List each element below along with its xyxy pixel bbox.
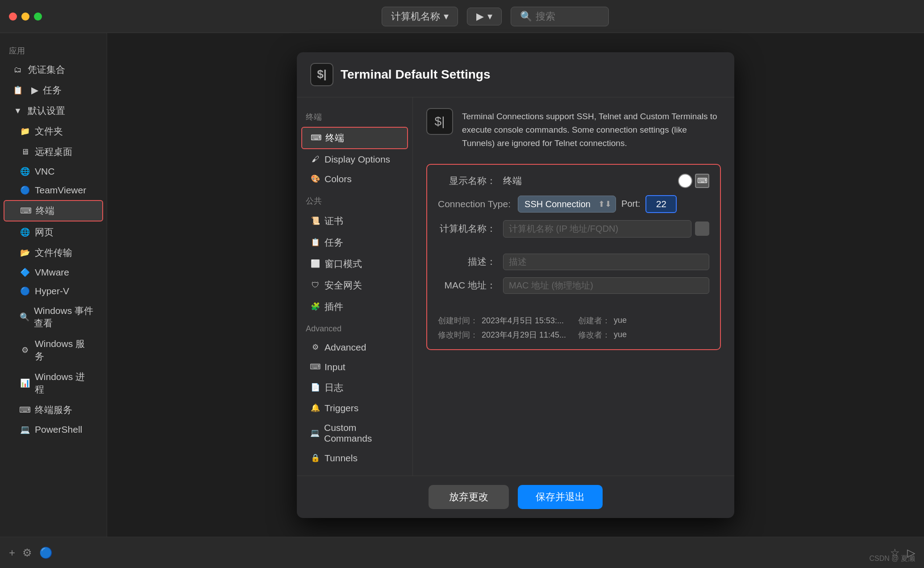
- modal-sidebar-display-options[interactable]: 🖌 Display Options: [301, 150, 408, 169]
- action-btn[interactable]: ▶ ▾: [467, 8, 502, 25]
- sidebar-item-win-events[interactable]: 🔍 Windows 事件查看: [4, 301, 103, 333]
- sidebar-item-teamviewer[interactable]: 🔵 TeamViewer: [4, 181, 103, 199]
- sidebar-item-win-services[interactable]: ⚙ Windows 服务: [4, 334, 103, 366]
- win-processes-icon: 📊: [20, 378, 30, 388]
- custom-commands-icon: 💻: [310, 428, 320, 438]
- modal-sidebar-logs[interactable]: 📄 日志: [301, 377, 408, 398]
- hostname-btn[interactable]: [695, 221, 709, 236]
- creator-label: 创建者：: [578, 315, 610, 326]
- description-input[interactable]: [503, 254, 709, 270]
- computer-name-label: 计算机名称: [391, 10, 440, 23]
- terminal-label: 终端: [36, 205, 54, 217]
- search-placeholder: 搜索: [536, 10, 555, 23]
- gateway-label: 安全网关: [325, 279, 362, 292]
- modal-sidebar-plugins[interactable]: 🧩 插件: [301, 297, 408, 317]
- hostname-input[interactable]: [503, 220, 691, 238]
- save-button[interactable]: 保存并退出: [518, 485, 603, 509]
- modal-sidebar-colors[interactable]: 🎨 Colors: [301, 170, 408, 188]
- powershell-icon: 💻: [20, 424, 30, 435]
- vnc-icon: 🌐: [20, 166, 30, 177]
- info-block: $| Terminal Connections support SSH, Tel…: [426, 108, 721, 155]
- sidebar-item-vnc[interactable]: 🌐 VNC: [4, 163, 103, 180]
- sidebar-item-tasks[interactable]: 📋 ▶ 任务: [4, 80, 103, 100]
- created-time-label: 创建时间：: [438, 315, 478, 326]
- sidebar-item-file-transfer[interactable]: 📂 文件传输: [4, 243, 103, 263]
- modal-sidebar-gateway[interactable]: 🛡 安全网关: [301, 275, 408, 296]
- toggle-circle-btn[interactable]: [678, 174, 692, 188]
- user-button[interactable]: 🔵: [39, 547, 53, 559]
- sidebar-item-win-processes[interactable]: 📊 Windows 进程: [4, 367, 103, 399]
- folders-icon: 📁: [20, 126, 30, 137]
- sidebar-item-terminal[interactable]: ⌨ 终端: [4, 200, 103, 221]
- tasks2-icon: 📋: [310, 238, 320, 247]
- modal-header: $| Terminal Default Settings: [297, 52, 734, 97]
- sidebar-item-credentials[interactable]: 🗂 凭证集合: [4, 60, 103, 79]
- port-input[interactable]: [645, 195, 677, 213]
- win-processes-label: Windows 进程: [35, 371, 94, 396]
- sidebar-item-hyper-v[interactable]: 🔵 Hyper-V: [4, 282, 103, 300]
- chevron-down-icon: ▾: [444, 11, 449, 22]
- search-bar[interactable]: 🔍 搜索: [511, 7, 609, 26]
- web-icon: 🌐: [20, 227, 30, 238]
- terminal-icon: ⌨: [21, 205, 31, 216]
- triggers-label: Triggers: [325, 403, 358, 413]
- cancel-button[interactable]: 放弃更改: [429, 485, 509, 509]
- modal-sidebar-terminal[interactable]: ⌨ 终端: [301, 127, 408, 149]
- watermark: CSDN @ 夏濑: [870, 554, 915, 564]
- modal-sidebar-certificate[interactable]: 📜 证书: [301, 211, 408, 231]
- modal-sidebar-triggers[interactable]: 🔔 Triggers: [301, 399, 408, 418]
- input-icon: ⌨: [310, 362, 320, 372]
- web-label: 网页: [35, 226, 54, 238]
- sidebar-item-folders[interactable]: 📁 文件夹: [4, 121, 103, 141]
- traffic-lights: [9, 13, 42, 21]
- mac-input[interactable]: [503, 277, 709, 294]
- add-button[interactable]: +: [9, 547, 15, 559]
- maximize-button[interactable]: [34, 13, 42, 21]
- created-time-row: 创建时间： 2023年4月5日 15:53:...: [438, 315, 569, 326]
- description-row: 描述：: [438, 254, 709, 270]
- modal-body: 终端 ⌨ 终端 🖌 Display Options 🎨 Colors 公共 📜 …: [297, 97, 734, 476]
- main-sidebar: 应用 🗂 凭证集合 📋 ▶ 任务 ▼ 默认设置 📁 文件夹 🖥 远程桌面 🌐 V…: [0, 33, 107, 537]
- file-transfer-icon: 📂: [20, 247, 30, 258]
- powershell-label: PowerShell: [35, 424, 82, 435]
- teamviewer-icon: 🔵: [20, 185, 30, 196]
- sidebar-item-remote-desktop[interactable]: 🖥 远程桌面: [4, 142, 103, 162]
- sidebar-item-default-settings[interactable]: ▼ 默认设置: [4, 101, 103, 121]
- hostname-label: 计算机名称：: [438, 222, 496, 235]
- modal-sidebar-custom-commands[interactable]: 💻 Custom Commands: [301, 418, 408, 448]
- port-label: Port:: [621, 199, 640, 209]
- connection-type-select[interactable]: SSH Connection Telnet Custom Terminal: [518, 196, 616, 213]
- created-time-value: 2023年4月5日 15:53:...: [482, 315, 564, 326]
- logs-icon: 📄: [310, 383, 320, 393]
- connection-type-select-wrapper[interactable]: SSH Connection Telnet Custom Terminal ⬆⬇: [518, 196, 616, 213]
- sidebar-item-terminal-svc[interactable]: ⌨ 终端服务: [4, 400, 103, 420]
- settings-button[interactable]: ⚙: [22, 547, 32, 559]
- win-services-icon: ⚙: [20, 345, 30, 355]
- toggle-square-btn[interactable]: ⌨: [695, 174, 709, 188]
- modal-sidebar-tasks[interactable]: 📋 任务: [301, 232, 408, 253]
- modal-sidebar-advanced[interactable]: ⚙ Advanced: [301, 338, 408, 357]
- remote-desktop-label: 远程桌面: [35, 146, 72, 158]
- advanced-section-title: Advanced: [297, 321, 412, 337]
- computer-name-btn[interactable]: 计算机名称 ▾: [382, 7, 458, 26]
- sidebar-item-powershell[interactable]: 💻 PowerShell: [4, 421, 103, 439]
- titlebar-center: 计算机名称 ▾ ▶ ▾ 🔍 搜索: [75, 7, 915, 26]
- chevron-down-icon2: ▾: [487, 11, 492, 22]
- modal-icon: $|: [310, 63, 333, 86]
- modal-sidebar-input[interactable]: ⌨ Input: [301, 358, 408, 376]
- modified-time-label: 修改时间：: [438, 330, 478, 340]
- close-button[interactable]: [9, 13, 17, 21]
- connection-type-label: Connection Type:: [438, 199, 511, 209]
- colors-icon: 🎨: [310, 174, 320, 184]
- sidebar-item-vmware[interactable]: 🔷 VMware: [4, 263, 103, 281]
- modal-sidebar-tunnels[interactable]: 🔒 Tunnels: [301, 449, 408, 468]
- tasks2-label: 任务: [325, 236, 343, 249]
- sidebar-item-web[interactable]: 🌐 网页: [4, 222, 103, 242]
- modal-sidebar-window-mode[interactable]: ⬜ 窗口模式: [301, 254, 408, 274]
- info-text: Terminal Connections support SSH, Telnet…: [462, 108, 721, 150]
- modal-terminal-label: 终端: [325, 132, 344, 144]
- minimize-button[interactable]: [21, 13, 29, 21]
- hyper-v-label: Hyper-V: [35, 286, 69, 297]
- terminal-logo-icon: $|: [317, 67, 327, 81]
- advanced-icon: ⚙: [310, 342, 320, 352]
